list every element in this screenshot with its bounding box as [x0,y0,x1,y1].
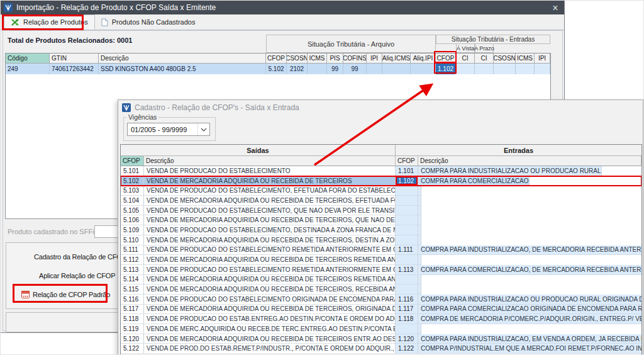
entrada-cfop-cell[interactable] [396,255,418,265]
entrada-desc-cell[interactable]: COMPRA PARA COMERCIALIZACAO, DE MERCADOR… [418,265,642,275]
table-row[interactable]: 5.120VENDA DE MERCADORIA ADQUIRIDA OU RE… [121,334,641,344]
column-header-entrada-cfop[interactable]: CFOP [396,156,418,166]
saida-cfop-cell[interactable]: 5.101 [121,166,144,176]
table-row[interactable]: 5.105VENDA DE PRODUCAO DO ESTABELECIMENT… [121,206,641,216]
table-row[interactable]: 5.112VENDA DE MERCADORIA ADQUIRIDA OU RE… [121,255,641,265]
table-row[interactable]: 5.119VENDA DE MERC.ADQUIRIDA OU RECEB.DE… [121,324,641,334]
cell-icms-entrada[interactable] [516,64,535,74]
saida-cfop-cell[interactable]: 5.104 [121,196,144,206]
saida-cfop-cell[interactable]: 5.105 [121,206,144,216]
entrada-cfop-cell[interactable] [396,196,418,206]
cell-csosn-entrada[interactable] [494,64,516,74]
entrada-cfop-cell[interactable] [396,206,418,216]
tab-produtos-nao-cadastrados[interactable]: Produtos Não Cadastrados [95,14,202,30]
cell-ci-vista[interactable] [456,64,475,74]
saida-desc-cell[interactable]: VENDA DE MERCADORIA ADQUIRIDA OU RECEBID… [144,305,396,315]
saida-desc-cell[interactable]: VENDA DE PRODUCAO DO ESTABELECIMENTO REM… [144,245,396,256]
column-header-gtin[interactable]: GTIN [50,54,99,64]
entrada-cfop-cell[interactable] [396,275,418,285]
cell-ipi[interactable] [367,64,382,74]
entrada-desc-cell[interactable]: COMPRA PARA INDUSTRIALIZACAO, EM VENDA A… [418,334,642,344]
tab-relacao-de-produtos[interactable]: Relação de Produtos [4,14,95,30]
column-header-aliq-icms[interactable]: Aliq.ICMS [382,54,411,64]
table-row[interactable]: 5.103VENDA DE PRODUCAO DO ESTABELECIMENT… [121,186,641,196]
close-icon[interactable]: × [547,1,564,14]
saida-cfop-cell[interactable]: 5.117 [121,305,144,315]
entrada-cfop-cell[interactable]: 1.116 [396,295,418,305]
cell-ipi-entrada[interactable] [535,64,550,74]
column-header-cofins[interactable]: COFINS [343,54,367,64]
table-row[interactable]: 5.115VENDA DE MERCADORIA ADQUIRIDA OU RE… [121,285,641,295]
cell-aliq-icms[interactable] [382,64,411,74]
saida-cfop-cell[interactable]: 5.119 [121,324,144,334]
entrada-desc-cell[interactable]: COMPRA P/INDUSTRIAL.EM QUE A MERCAD.FOI … [418,344,642,354]
saida-desc-cell[interactable]: VENDA DE MERCADORIA ADQUIRIDA OU RECEBID… [144,334,396,344]
entrada-cfop-cell[interactable]: 1.118 [396,314,418,324]
table-row[interactable]: 5.106VENDA DE MERCADORIA ADQUIRIDA OU RE… [121,215,641,225]
cell-cofins[interactable]: 99 [343,64,367,74]
cell-csosn[interactable]: 2102 [287,64,308,74]
entrada-desc-cell[interactable] [418,206,421,216]
saida-cfop-cell[interactable]: 5.115 [121,285,144,295]
entrada-desc-cell[interactable]: COMPRA PARA INDUSTRIALIZACAO OU PRODUCAO… [418,295,642,305]
entrada-desc-cell[interactable] [418,255,421,265]
column-header-cfop-entrada[interactable]: CFOP [436,54,456,64]
saida-desc-cell[interactable]: VENDA DE MERCADORIA ADQUIRIDA OU RECEBID… [144,235,396,245]
table-row[interactable]: 5.102VENDA DE MERCADORIA ADQUIRIDA OU RE… [121,176,641,186]
entrada-desc-cell[interactable]: COMPRA PARA INDUSTRIALIZACAO OU PRODUCAO… [418,166,602,176]
table-row[interactable]: 5.116VENDA DE PRODUCAO DO ESTABELECIMENT… [121,295,641,305]
column-header-entrada-descricao[interactable]: Descrição [418,156,641,166]
cell-cfop-entrada[interactable]: 1.102 [436,64,456,74]
saida-cfop-cell[interactable]: 5.111 [121,245,144,256]
saida-desc-cell[interactable]: VENDA DE PRODUCAO DO ESTABELECIMENTO REM… [144,265,396,275]
table-row[interactable]: 5.110VENDA DE MERCADORIA ADQUIRIDA OU RE… [121,235,641,245]
entrada-desc-cell[interactable] [418,225,421,235]
entrada-cfop-cell[interactable] [396,215,418,225]
entrada-cfop-cell[interactable] [396,285,418,295]
entrada-cfop-cell[interactable]: 1.101 [396,166,418,176]
column-header-descricao[interactable]: Descrição [99,54,266,64]
table-row[interactable]: 5.104VENDA DE MERCADORIA ADQUIRIDA OU RE… [121,196,641,206]
entrada-cfop-cell[interactable] [396,235,418,245]
entrada-cfop-cell[interactable]: 1.113 [396,265,418,275]
entrada-desc-cell[interactable]: COMPRA DE MERCADORIA P/COMERC.P/ADQUIR.O… [418,314,642,324]
table-row[interactable]: 5.114VENDA DE MERCADORIA ADQUIRIDA OU RE… [121,275,641,285]
entrada-desc-cell[interactable]: COMPRA PARA INDUSTRIALIZACAO, DE MERCADO… [418,245,642,256]
saida-cfop-cell[interactable]: 5.110 [121,235,144,245]
column-header-cfop[interactable]: CFOP [266,54,287,64]
cell-descricao[interactable]: SSD KINGSTON A400 480GB 2.5 [99,64,266,74]
saida-cfop-cell[interactable]: 5.122 [121,344,144,354]
saida-desc-cell[interactable]: VENDA DE PRODUCAO DO ESTABELECIMENTO, DE… [144,225,396,235]
saida-desc-cell[interactable]: VENDA DE PRODUCAO DO ESTAB.ENTREG.AO DES… [144,314,396,324]
cell-gtin[interactable]: 740617263442 [50,64,99,74]
saida-cfop-cell[interactable]: 5.112 [121,255,144,265]
table-row[interactable]: 5.117VENDA DE MERCADORIA ADQUIRIDA OU RE… [121,305,641,315]
table-row[interactable]: 5.101VENDA DE PRODUCAO DO ESTABELECIMENT… [121,166,641,176]
entrada-cfop-cell[interactable]: 1.117 [396,305,418,315]
saida-desc-cell[interactable]: VENDA DE PRODUCAO DO ESTABELECIMENTO [144,166,396,176]
entrada-desc-cell[interactable] [418,215,421,225]
table-row[interactable]: 5.109VENDA DE PRODUCAO DO ESTABELECIMENT… [121,225,641,235]
saida-desc-cell[interactable]: VENDA DE MERCADORIA ADQUIRIDA OU RECEBID… [144,176,396,186]
column-header-saida-descricao[interactable]: Descrição [144,156,396,166]
entrada-cfop-cell[interactable]: 1.111 [396,245,418,256]
column-header-ipi[interactable]: IPI [367,54,382,64]
column-header-ci-vista[interactable]: CI [456,54,475,64]
saida-desc-cell[interactable]: VENDA DE PRODUCAO DO ESTABELECIMENTO, EF… [144,186,396,196]
entrada-cfop-cell[interactable]: 1.120 [396,334,418,344]
saida-cfop-cell[interactable]: 5.118 [121,314,144,324]
table-row[interactable]: 5.111VENDA DE PRODUCAO DO ESTABELECIMENT… [121,245,641,256]
column-header-aliq-ipi[interactable]: Aliq.IPI [411,54,436,64]
saida-desc-cell[interactable]: VENDA DE MERCADORIA ADQUIRIDA OU RECEBID… [144,275,396,285]
column-header-icms-entrada[interactable]: ICMS [516,54,535,64]
column-header-csosn[interactable]: CSOSN [287,54,308,64]
cell-cfop[interactable]: 5.102 [266,64,287,74]
entrada-cfop-cell[interactable]: 1.122 [396,344,418,354]
table-row[interactable]: 5.118VENDA DE PRODUCAO DO ESTAB.ENTREG.A… [121,314,641,324]
entrada-cfop-cell[interactable]: 1.102 [396,176,418,186]
table-row[interactable]: 5.122VENDA DE PROD.DO ESTAB.REMET.P/INDU… [121,344,641,354]
entrada-desc-cell[interactable] [418,235,421,245]
saida-desc-cell[interactable]: VENDA DE PRODUCAO DO ESTABELECIMENTO, QU… [144,206,396,216]
entrada-desc-cell[interactable] [418,275,421,285]
cell-codigo[interactable]: 249 [6,64,50,74]
